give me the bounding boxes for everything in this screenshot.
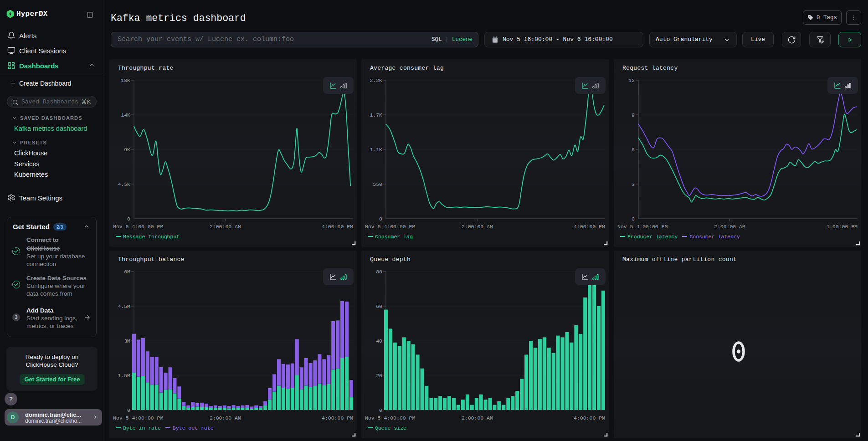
svg-text:18K: 18K xyxy=(121,77,130,83)
svg-text:0: 0 xyxy=(379,407,382,413)
svg-text:0: 0 xyxy=(127,216,130,222)
svg-text:550: 550 xyxy=(373,181,382,187)
svg-text:4:00:00 PM: 4:00:00 PM xyxy=(574,224,605,230)
svg-text:Nov 5 4:00:00 PM: Nov 5 4:00:00 PM xyxy=(113,224,164,230)
svg-text:14K: 14K xyxy=(121,112,130,118)
svg-text:2:00:00 AM: 2:00:00 AM xyxy=(210,224,241,230)
svg-text:Nov 5 4:00:00 PM: Nov 5 4:00:00 PM xyxy=(113,415,164,421)
svg-text:9: 9 xyxy=(632,112,635,118)
svg-text:4:00:00 PM: 4:00:00 PM xyxy=(574,415,605,421)
svg-text:4.5K: 4.5K xyxy=(118,181,130,187)
svg-text:1.7K: 1.7K xyxy=(370,112,382,118)
svg-text:0: 0 xyxy=(632,216,635,222)
svg-text:4:00:00 PM: 4:00:00 PM xyxy=(322,224,353,230)
svg-text:60: 60 xyxy=(376,303,382,309)
svg-text:Nov 5 4:00:00 PM: Nov 5 4:00:00 PM xyxy=(365,415,416,421)
svg-text:2:00:00 AM: 2:00:00 AM xyxy=(462,415,493,421)
svg-text:6M: 6M xyxy=(124,269,130,275)
svg-text:4:00:00 PM: 4:00:00 PM xyxy=(826,224,858,230)
svg-text:0: 0 xyxy=(379,216,382,222)
svg-text:4:00:00 PM: 4:00:00 PM xyxy=(322,415,353,421)
svg-text:9K: 9K xyxy=(124,147,130,153)
svg-text:3: 3 xyxy=(632,181,635,187)
svg-text:12: 12 xyxy=(628,77,635,83)
svg-text:2:00:00 AM: 2:00:00 AM xyxy=(210,415,241,421)
svg-text:0: 0 xyxy=(127,407,130,413)
svg-text:2:00:00 AM: 2:00:00 AM xyxy=(462,224,493,230)
svg-text:2:00:00 AM: 2:00:00 AM xyxy=(714,224,745,230)
svg-text:20: 20 xyxy=(376,373,382,379)
svg-text:40: 40 xyxy=(376,338,382,344)
svg-text:3M: 3M xyxy=(124,338,130,344)
svg-text:1.5M: 1.5M xyxy=(118,373,130,379)
svg-text:4.5M: 4.5M xyxy=(118,303,130,309)
svg-text:Nov 5 4:00:00 PM: Nov 5 4:00:00 PM xyxy=(617,224,668,230)
svg-text:6: 6 xyxy=(632,147,635,153)
svg-text:Nov 5 4:00:00 PM: Nov 5 4:00:00 PM xyxy=(365,224,416,230)
svg-text:2.2K: 2.2K xyxy=(370,77,382,83)
svg-text:1.1K: 1.1K xyxy=(370,147,382,153)
svg-text:80: 80 xyxy=(376,269,382,275)
